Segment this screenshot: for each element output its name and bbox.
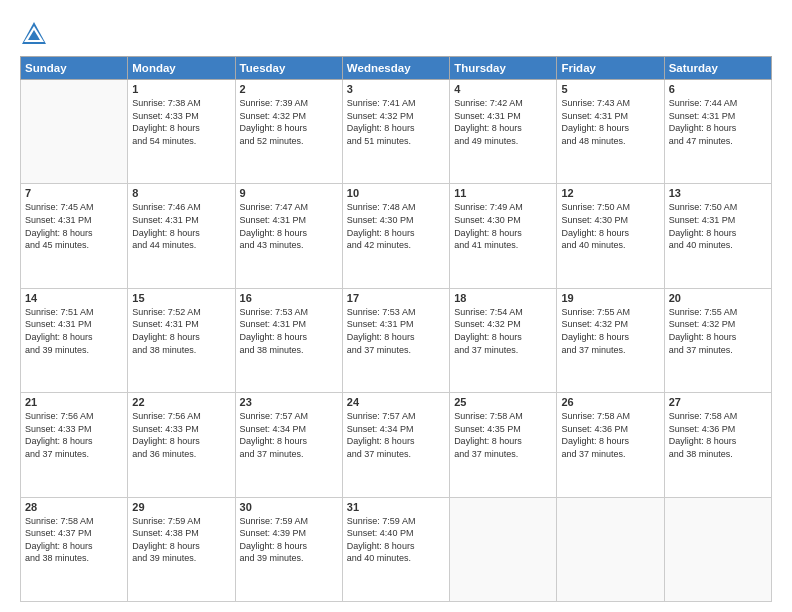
- calendar-cell: 5Sunrise: 7:43 AMSunset: 4:31 PMDaylight…: [557, 80, 664, 184]
- calendar-header-row: SundayMondayTuesdayWednesdayThursdayFrid…: [21, 57, 772, 80]
- cell-info: Sunrise: 7:39 AMSunset: 4:32 PMDaylight:…: [240, 97, 338, 147]
- calendar-cell: 31Sunrise: 7:59 AMSunset: 4:40 PMDayligh…: [342, 497, 449, 601]
- day-number: 1: [132, 83, 230, 95]
- calendar-cell: 17Sunrise: 7:53 AMSunset: 4:31 PMDayligh…: [342, 288, 449, 392]
- calendar-cell: 30Sunrise: 7:59 AMSunset: 4:39 PMDayligh…: [235, 497, 342, 601]
- calendar-week-row: 1Sunrise: 7:38 AMSunset: 4:33 PMDaylight…: [21, 80, 772, 184]
- day-number: 21: [25, 396, 123, 408]
- day-number: 4: [454, 83, 552, 95]
- cell-info: Sunrise: 7:59 AMSunset: 4:40 PMDaylight:…: [347, 515, 445, 565]
- day-number: 27: [669, 396, 767, 408]
- day-number: 24: [347, 396, 445, 408]
- calendar-cell: 23Sunrise: 7:57 AMSunset: 4:34 PMDayligh…: [235, 393, 342, 497]
- calendar-cell: 2Sunrise: 7:39 AMSunset: 4:32 PMDaylight…: [235, 80, 342, 184]
- day-number: 29: [132, 501, 230, 513]
- day-number: 14: [25, 292, 123, 304]
- calendar-cell: 13Sunrise: 7:50 AMSunset: 4:31 PMDayligh…: [664, 184, 771, 288]
- calendar-cell: 27Sunrise: 7:58 AMSunset: 4:36 PMDayligh…: [664, 393, 771, 497]
- calendar-week-row: 7Sunrise: 7:45 AMSunset: 4:31 PMDaylight…: [21, 184, 772, 288]
- cell-info: Sunrise: 7:50 AMSunset: 4:31 PMDaylight:…: [669, 201, 767, 251]
- calendar-table: SundayMondayTuesdayWednesdayThursdayFrid…: [20, 56, 772, 602]
- calendar-cell: 22Sunrise: 7:56 AMSunset: 4:33 PMDayligh…: [128, 393, 235, 497]
- cell-info: Sunrise: 7:57 AMSunset: 4:34 PMDaylight:…: [240, 410, 338, 460]
- calendar-cell: 26Sunrise: 7:58 AMSunset: 4:36 PMDayligh…: [557, 393, 664, 497]
- calendar-cell: 16Sunrise: 7:53 AMSunset: 4:31 PMDayligh…: [235, 288, 342, 392]
- cell-info: Sunrise: 7:58 AMSunset: 4:35 PMDaylight:…: [454, 410, 552, 460]
- day-number: 3: [347, 83, 445, 95]
- day-number: 25: [454, 396, 552, 408]
- page: SundayMondayTuesdayWednesdayThursdayFrid…: [0, 0, 792, 612]
- header: [20, 16, 772, 48]
- day-number: 19: [561, 292, 659, 304]
- calendar-day-header: Thursday: [450, 57, 557, 80]
- calendar-cell: 10Sunrise: 7:48 AMSunset: 4:30 PMDayligh…: [342, 184, 449, 288]
- calendar-day-header: Wednesday: [342, 57, 449, 80]
- day-number: 28: [25, 501, 123, 513]
- cell-info: Sunrise: 7:57 AMSunset: 4:34 PMDaylight:…: [347, 410, 445, 460]
- calendar-week-row: 14Sunrise: 7:51 AMSunset: 4:31 PMDayligh…: [21, 288, 772, 392]
- day-number: 18: [454, 292, 552, 304]
- calendar-cell: 11Sunrise: 7:49 AMSunset: 4:30 PMDayligh…: [450, 184, 557, 288]
- day-number: 13: [669, 187, 767, 199]
- calendar-day-header: Friday: [557, 57, 664, 80]
- cell-info: Sunrise: 7:38 AMSunset: 4:33 PMDaylight:…: [132, 97, 230, 147]
- calendar-cell: 4Sunrise: 7:42 AMSunset: 4:31 PMDaylight…: [450, 80, 557, 184]
- cell-info: Sunrise: 7:44 AMSunset: 4:31 PMDaylight:…: [669, 97, 767, 147]
- day-number: 8: [132, 187, 230, 199]
- calendar-cell: 8Sunrise: 7:46 AMSunset: 4:31 PMDaylight…: [128, 184, 235, 288]
- cell-info: Sunrise: 7:59 AMSunset: 4:39 PMDaylight:…: [240, 515, 338, 565]
- cell-info: Sunrise: 7:50 AMSunset: 4:30 PMDaylight:…: [561, 201, 659, 251]
- day-number: 17: [347, 292, 445, 304]
- day-number: 5: [561, 83, 659, 95]
- calendar-cell: 9Sunrise: 7:47 AMSunset: 4:31 PMDaylight…: [235, 184, 342, 288]
- day-number: 31: [347, 501, 445, 513]
- cell-info: Sunrise: 7:53 AMSunset: 4:31 PMDaylight:…: [347, 306, 445, 356]
- cell-info: Sunrise: 7:55 AMSunset: 4:32 PMDaylight:…: [669, 306, 767, 356]
- day-number: 7: [25, 187, 123, 199]
- calendar-cell: 28Sunrise: 7:58 AMSunset: 4:37 PMDayligh…: [21, 497, 128, 601]
- calendar-cell: 29Sunrise: 7:59 AMSunset: 4:38 PMDayligh…: [128, 497, 235, 601]
- cell-info: Sunrise: 7:58 AMSunset: 4:36 PMDaylight:…: [561, 410, 659, 460]
- day-number: 6: [669, 83, 767, 95]
- calendar-day-header: Saturday: [664, 57, 771, 80]
- calendar-cell: [450, 497, 557, 601]
- cell-info: Sunrise: 7:46 AMSunset: 4:31 PMDaylight:…: [132, 201, 230, 251]
- logo-icon: [20, 20, 48, 48]
- cell-info: Sunrise: 7:52 AMSunset: 4:31 PMDaylight:…: [132, 306, 230, 356]
- calendar-cell: [557, 497, 664, 601]
- day-number: 11: [454, 187, 552, 199]
- cell-info: Sunrise: 7:49 AMSunset: 4:30 PMDaylight:…: [454, 201, 552, 251]
- day-number: 23: [240, 396, 338, 408]
- cell-info: Sunrise: 7:53 AMSunset: 4:31 PMDaylight:…: [240, 306, 338, 356]
- day-number: 22: [132, 396, 230, 408]
- calendar-cell: [21, 80, 128, 184]
- cell-info: Sunrise: 7:41 AMSunset: 4:32 PMDaylight:…: [347, 97, 445, 147]
- calendar-cell: 1Sunrise: 7:38 AMSunset: 4:33 PMDaylight…: [128, 80, 235, 184]
- cell-info: Sunrise: 7:56 AMSunset: 4:33 PMDaylight:…: [132, 410, 230, 460]
- calendar-day-header: Monday: [128, 57, 235, 80]
- calendar-cell: 15Sunrise: 7:52 AMSunset: 4:31 PMDayligh…: [128, 288, 235, 392]
- calendar-cell: 7Sunrise: 7:45 AMSunset: 4:31 PMDaylight…: [21, 184, 128, 288]
- cell-info: Sunrise: 7:42 AMSunset: 4:31 PMDaylight:…: [454, 97, 552, 147]
- calendar-cell: 24Sunrise: 7:57 AMSunset: 4:34 PMDayligh…: [342, 393, 449, 497]
- calendar-cell: 3Sunrise: 7:41 AMSunset: 4:32 PMDaylight…: [342, 80, 449, 184]
- cell-info: Sunrise: 7:47 AMSunset: 4:31 PMDaylight:…: [240, 201, 338, 251]
- calendar-cell: 12Sunrise: 7:50 AMSunset: 4:30 PMDayligh…: [557, 184, 664, 288]
- cell-info: Sunrise: 7:43 AMSunset: 4:31 PMDaylight:…: [561, 97, 659, 147]
- cell-info: Sunrise: 7:45 AMSunset: 4:31 PMDaylight:…: [25, 201, 123, 251]
- day-number: 12: [561, 187, 659, 199]
- calendar-cell: 21Sunrise: 7:56 AMSunset: 4:33 PMDayligh…: [21, 393, 128, 497]
- cell-info: Sunrise: 7:51 AMSunset: 4:31 PMDaylight:…: [25, 306, 123, 356]
- day-number: 2: [240, 83, 338, 95]
- logo: [20, 20, 52, 48]
- cell-info: Sunrise: 7:55 AMSunset: 4:32 PMDaylight:…: [561, 306, 659, 356]
- cell-info: Sunrise: 7:54 AMSunset: 4:32 PMDaylight:…: [454, 306, 552, 356]
- calendar-cell: 18Sunrise: 7:54 AMSunset: 4:32 PMDayligh…: [450, 288, 557, 392]
- cell-info: Sunrise: 7:58 AMSunset: 4:37 PMDaylight:…: [25, 515, 123, 565]
- cell-info: Sunrise: 7:59 AMSunset: 4:38 PMDaylight:…: [132, 515, 230, 565]
- calendar-cell: [664, 497, 771, 601]
- calendar-day-header: Sunday: [21, 57, 128, 80]
- calendar-cell: 6Sunrise: 7:44 AMSunset: 4:31 PMDaylight…: [664, 80, 771, 184]
- calendar-cell: 25Sunrise: 7:58 AMSunset: 4:35 PMDayligh…: [450, 393, 557, 497]
- day-number: 10: [347, 187, 445, 199]
